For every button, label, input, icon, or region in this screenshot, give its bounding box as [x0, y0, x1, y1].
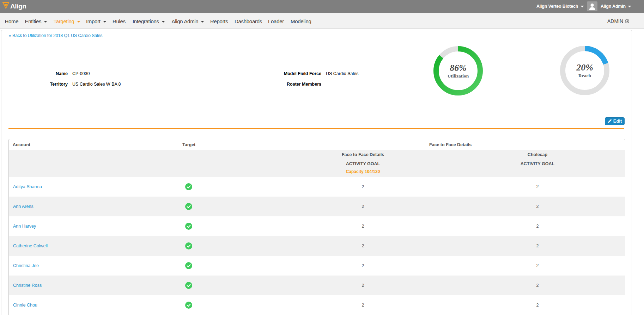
svg-text:Utilization: Utilization	[448, 73, 469, 79]
svg-text:20%: 20%	[576, 62, 593, 73]
svg-text:Reach: Reach	[578, 73, 591, 78]
svg-text:86%: 86%	[450, 63, 467, 73]
